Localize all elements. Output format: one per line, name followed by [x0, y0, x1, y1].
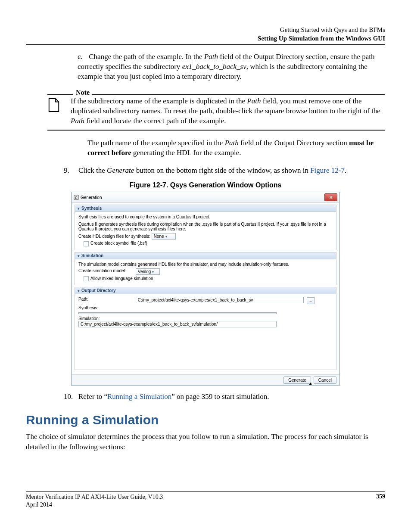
generation-window: q Generation ✕ ▾Synthesis Synthesis file…	[72, 192, 339, 386]
svg-text:q: q	[75, 195, 78, 200]
sim-model-label: Create simulation model:	[78, 268, 134, 273]
output-dir-header: Output Directory	[81, 288, 115, 293]
browse-button[interactable]: …	[307, 297, 314, 304]
path-label: Path:	[78, 297, 134, 302]
hdl-label: Create HDL design files for synthesis:	[78, 234, 150, 239]
header-line1: Getting Started with Qsys and the BFMs	[26, 26, 385, 34]
step-c-subdir: ex1_back_to_back_sv	[182, 62, 246, 71]
sim-out-label: Simulation:	[78, 316, 134, 321]
header-line2: Setting Up Simulation from the Windows G…	[26, 34, 385, 43]
step-9-num: 9.	[64, 166, 78, 176]
mixed-lang-label: Allow mixed-language simulation	[90, 276, 153, 281]
twisty-icon[interactable]: ▾	[78, 206, 80, 211]
synth-out-value	[78, 312, 277, 314]
step-10: 10. Refer to “Running a Simulation” on p…	[64, 392, 385, 402]
twisty-icon[interactable]: ▾	[78, 254, 80, 258]
close-icon: ✕	[329, 195, 333, 200]
footer-date: April 2014	[26, 501, 163, 509]
figure-label: Figure 12-7. Qsys Generation Window Opti…	[26, 181, 385, 189]
running-header: Getting Started with Qsys and the BFMs S…	[26, 26, 385, 43]
running-sim-link[interactable]: Running a Simulation	[107, 392, 171, 401]
synthesis-section: ▾Synthesis Synthesis files are used to c…	[75, 205, 336, 250]
mixed-lang-checkbox[interactable]	[84, 276, 89, 281]
step-10-num: 10.	[64, 392, 78, 402]
hdl-select[interactable]: None▾	[152, 233, 176, 240]
window-titlebar: q Generation ✕	[72, 192, 339, 203]
twisty-icon[interactable]: ▾	[78, 289, 80, 293]
cancel-button[interactable]: Cancel	[314, 376, 336, 384]
note-text: If the subdirectory name of the example …	[66, 96, 385, 126]
page-footer: Mentor Verification IP AE AXI4-Lite User…	[26, 491, 385, 509]
section-heading: Running a Simulation	[26, 413, 385, 427]
note-label: Note	[73, 89, 92, 96]
simulation-section: ▾Simulation The simulation model contain…	[75, 252, 336, 285]
para-after-note: The path name of the example specified i…	[87, 138, 385, 158]
window-close-button[interactable]: ✕	[324, 193, 337, 201]
page-number: 359	[376, 493, 385, 509]
note-block: Note If the subdirectory name of the exa…	[47, 89, 385, 131]
sim-model-select[interactable]: Verilog▾	[136, 268, 160, 275]
synthesis-header: Synthesis	[81, 206, 102, 211]
bsf-checkbox[interactable]	[84, 241, 89, 246]
step-c-label: c.	[78, 52, 87, 62]
bsf-label: Create block symbol file (.bsf)	[90, 241, 147, 246]
figure-ref-link[interactable]: Figure 12-7	[310, 166, 345, 174]
synthesis-desc2: Quartus II generates synthesis files dur…	[78, 222, 333, 231]
window-title: Generation	[81, 195, 102, 200]
step-c-text1: Change the path of the example. In the	[89, 53, 204, 61]
chevron-down-icon: ▾	[165, 235, 167, 239]
sim-out-value: C:/my_project/axi4lite-qsys-examples/ex1…	[78, 321, 277, 327]
body-paragraph: The choice of simulator determines the p…	[26, 432, 385, 452]
qsys-app-icon: q	[74, 195, 79, 200]
note-icon	[47, 96, 66, 126]
generate-button[interactable]: Generate	[283, 376, 311, 384]
synthesis-desc1: Synthesis files are used to compile the …	[78, 215, 333, 219]
simulation-desc: The simulation model contains generated …	[78, 262, 333, 267]
step-c: c. Change the path of the example. In th…	[78, 52, 385, 82]
header-rule	[26, 44, 385, 45]
step-c-path-word: Path	[204, 53, 218, 61]
footer-doc-title: Mentor Verification IP AE AXI4-Lite User…	[26, 493, 163, 501]
chevron-down-icon: ▾	[152, 270, 154, 274]
path-input[interactable]: C:/my_project/axi4lite-qsys-examples/ex1…	[136, 297, 304, 303]
step-9: 9. Click the Generate button on the bott…	[64, 166, 385, 176]
output-directory-section: ▾Output Directory Path: C:/my_project/ax…	[75, 287, 336, 370]
simulation-header: Simulation	[81, 253, 103, 258]
synth-out-label: Synthesis:	[78, 305, 134, 310]
